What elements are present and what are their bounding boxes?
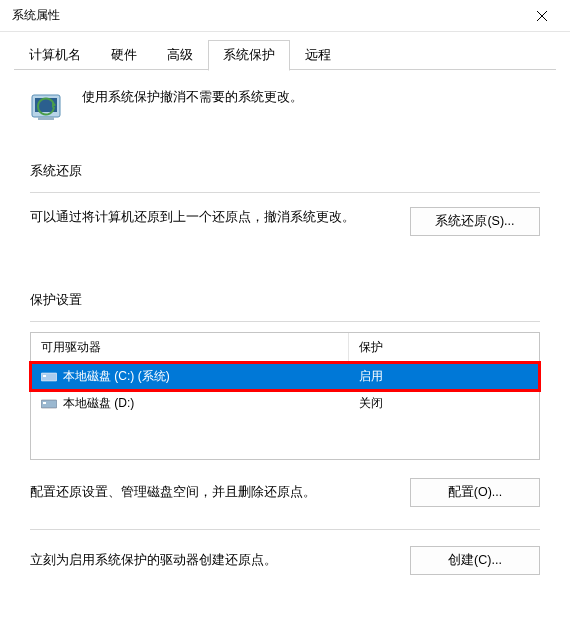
drive-icon <box>41 398 57 410</box>
configure-description: 配置还原设置、管理磁盘空间，并且删除还原点。 <box>30 484 392 501</box>
tab-hardware[interactable]: 硬件 <box>96 40 152 71</box>
tab-system-protection[interactable]: 系统保护 <box>208 40 290 71</box>
restore-section-title: 系统还原 <box>30 163 540 180</box>
svg-rect-4 <box>43 375 46 377</box>
drive-status: 关闭 <box>349 390 539 417</box>
system-protection-icon <box>28 87 68 127</box>
intro-text: 使用系统保护撤消不需要的系统更改。 <box>82 87 303 106</box>
window-title: 系统属性 <box>12 7 60 24</box>
tab-computer-name[interactable]: 计算机名 <box>14 40 96 71</box>
drive-status: 启用 <box>349 363 539 390</box>
drive-name: 本地磁盘 (D:) <box>63 395 134 412</box>
drive-name: 本地磁盘 (C:) (系统) <box>63 368 170 385</box>
close-button[interactable] <box>522 2 562 30</box>
configure-button[interactable]: 配置(O)... <box>410 478 540 507</box>
create-description: 立刻为启用系统保护的驱动器创建还原点。 <box>30 552 392 569</box>
drive-row[interactable]: 本地磁盘 (C:) (系统) 启用 <box>31 363 539 390</box>
restore-description: 可以通过将计算机还原到上一个还原点，撤消系统更改。 <box>30 207 392 228</box>
system-restore-button[interactable]: 系统还原(S)... <box>410 207 540 236</box>
svg-rect-6 <box>43 402 46 404</box>
drive-icon <box>41 371 57 383</box>
protection-section-title: 保护设置 <box>30 292 540 309</box>
create-button[interactable]: 创建(C)... <box>410 546 540 575</box>
header-protection[interactable]: 保护 <box>349 333 539 362</box>
drive-row[interactable]: 本地磁盘 (D:) 关闭 <box>31 390 539 417</box>
tabs: 计算机名 硬件 高级 系统保护 远程 <box>0 32 570 71</box>
close-icon <box>537 11 547 21</box>
tab-advanced[interactable]: 高级 <box>152 40 208 71</box>
tab-remote[interactable]: 远程 <box>290 40 346 71</box>
drive-list[interactable]: 可用驱动器 保护 本地磁盘 (C:) (系统) 启用 本地磁盘 (D:) 关闭 <box>30 332 540 460</box>
svg-rect-2 <box>38 117 54 120</box>
header-drive[interactable]: 可用驱动器 <box>31 333 349 362</box>
